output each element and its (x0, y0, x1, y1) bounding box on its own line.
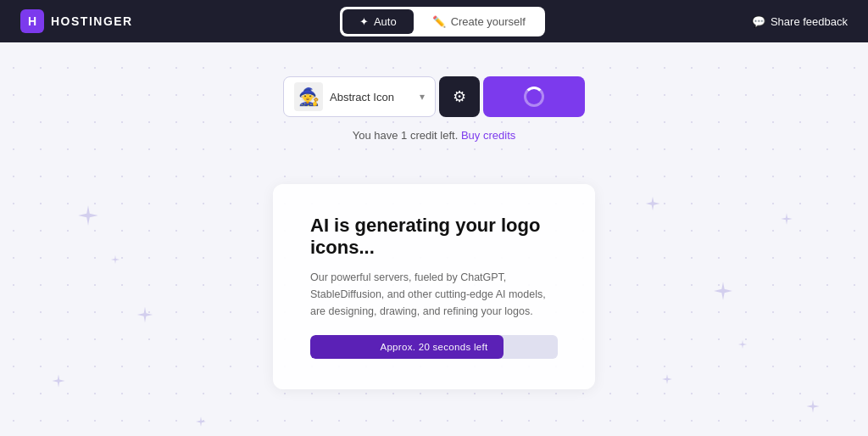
main-content: 🧙 Abstract Icon ▾ ⚙ You have 1 credit le… (0, 42, 868, 389)
tab-create-yourself-label: Create yourself (451, 15, 526, 28)
tab-auto-label: Auto (374, 15, 397, 28)
logo-area: H HOSTINGER (20, 9, 133, 33)
generating-title: AI is generating your logo icons... (310, 215, 558, 259)
progress-label: Approx. 20 seconds left (310, 335, 558, 359)
loading-spinner (524, 87, 544, 107)
icon-type-dropdown[interactable]: 🧙 Abstract Icon ▾ (283, 76, 436, 117)
tab-create-yourself[interactable]: ✏️ Create yourself (415, 9, 542, 34)
auto-icon: ✦ (359, 15, 369, 28)
generate-button[interactable] (483, 76, 585, 117)
sparkle-decoration (805, 399, 821, 418)
sparkle-decoration (195, 416, 207, 430)
icon-preview-image: 🧙 (294, 82, 323, 111)
generating-card: AI is generating your logo icons... Our … (273, 184, 595, 389)
credits-text: You have 1 credit left. Buy credits (353, 129, 516, 142)
chevron-down-icon: ▾ (420, 91, 425, 103)
icon-type-label: Abstract Icon (330, 91, 413, 103)
feedback-label: Share feedback (771, 15, 848, 28)
settings-button[interactable]: ⚙ (439, 76, 480, 117)
progress-bar: Approx. 20 seconds left (310, 335, 558, 359)
logo-icon: H (20, 9, 44, 33)
logo-text: HOSTINGER (51, 14, 133, 28)
share-feedback-button[interactable]: 💬 Share feedback (752, 15, 848, 28)
feedback-icon: 💬 (752, 15, 765, 28)
tab-auto[interactable]: ✦ Auto (342, 9, 414, 34)
header: H HOSTINGER ✦ Auto ✏️ Create yourself 💬 … (0, 0, 868, 42)
tab-navigation: ✦ Auto ✏️ Create yourself (340, 7, 545, 36)
selector-bar: 🧙 Abstract Icon ▾ ⚙ (283, 76, 585, 117)
gear-icon: ⚙ (453, 87, 466, 106)
create-yourself-icon: ✏️ (432, 15, 446, 28)
generating-description: Our powerful servers, fueled by ChatGPT,… (310, 269, 558, 320)
buy-credits-link[interactable]: Buy credits (461, 129, 515, 142)
